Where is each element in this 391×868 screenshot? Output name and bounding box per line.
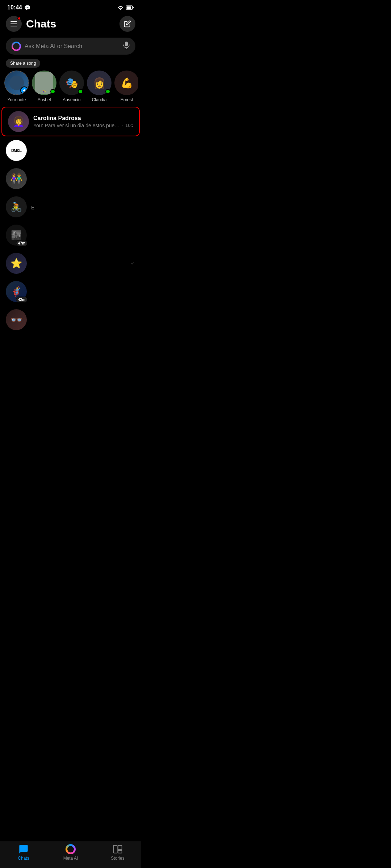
your-note-label: Your note <box>8 97 26 102</box>
svg-rect-1 <box>127 7 131 9</box>
chat7-content <box>31 319 135 320</box>
carolina-content: Carolina Padrosa You: Para ver si un dia… <box>33 115 133 128</box>
status-bar: 10:44 💬 <box>0 0 141 13</box>
edit-icon <box>124 20 131 27</box>
notification-dot <box>17 17 21 20</box>
chat5-content <box>31 263 125 264</box>
battery-icon <box>126 5 134 10</box>
carolina-avatar-wrap: 👩‍🦱 <box>8 111 29 132</box>
search-placeholder: Ask Meta AI or Search <box>25 43 119 50</box>
story-ausencio[interactable]: 🎭 Ausencio <box>59 71 84 102</box>
voice-icon[interactable] <box>123 41 130 51</box>
meta-ai-icon <box>12 42 21 51</box>
ernest-label: Ernest <box>121 97 133 102</box>
carolina-name: Carolina Padrosa <box>33 115 133 122</box>
chat7-avatar-wrap: 👓 <box>6 309 27 330</box>
stories-section: Share a song + Your note 👫 <box>0 59 141 105</box>
claudia-label: Claudia <box>92 97 107 102</box>
hamburger-icon <box>10 21 17 26</box>
edit-button[interactable] <box>119 16 135 32</box>
claudia-online-dot <box>105 89 110 94</box>
chat5-meta <box>130 260 135 266</box>
anshel-label: Anshel <box>38 97 51 102</box>
chat-7[interactable]: 👓 <box>0 306 141 334</box>
search-bar[interactable]: Ask Meta AI or Search <box>6 38 135 55</box>
chat-2[interactable]: 👫 <box>0 165 141 193</box>
ausencio-label: Ausencio <box>63 97 80 102</box>
dml-avatar-wrap: DM&L <box>6 140 27 161</box>
svg-rect-2 <box>133 7 134 8</box>
chat3-content: E <box>31 204 135 210</box>
chat2-avatar-wrap: 👫 <box>6 168 27 189</box>
chat-carolina[interactable]: 👩‍🦱 Carolina Padrosa You: Para ver si un… <box>1 107 140 136</box>
anshel-online-dot <box>50 89 55 94</box>
story-anshel[interactable]: 👫 Anshel <box>32 71 56 102</box>
chat6-time-badge: 42m <box>16 297 28 303</box>
chat4-time-badge: 47m <box>16 240 28 246</box>
chat-5[interactable]: ⭐ <box>0 249 141 277</box>
stories-row: + Your note 👫 Anshel <box>3 71 138 102</box>
chat-4[interactable]: 🌆 47m <box>0 221 141 249</box>
svg-rect-3 <box>125 42 128 46</box>
story-ernest[interactable]: 💪 Ernest <box>114 71 138 102</box>
dml-logo-text: DM&L <box>11 148 21 153</box>
header: Chats <box>0 13 141 36</box>
share-song-tag[interactable]: Share a song <box>6 59 40 68</box>
status-icons <box>117 5 134 10</box>
messenger-icon: 💬 <box>24 5 30 10</box>
page-title: Chats <box>26 18 56 30</box>
chat-6[interactable]: 🦸 42m <box>0 277 141 306</box>
carolina-preview: You: Para ver si un dia de estos pue… · … <box>33 123 133 128</box>
chat-dml[interactable]: DM&L <box>0 136 141 165</box>
story-claudia[interactable]: 👩 Claudia <box>87 71 112 102</box>
chat4-avatar-wrap: 🌆 47m <box>6 225 27 246</box>
chat5-avatar-wrap: ⭐ <box>6 253 27 274</box>
chat4-content <box>31 235 135 236</box>
ausencio-online-dot <box>78 89 83 94</box>
wifi-icon <box>117 5 124 10</box>
story-your-note[interactable]: + Your note <box>4 71 29 102</box>
dml-content <box>31 150 135 151</box>
chat-list: 👩‍🦱 Carolina Padrosa You: Para ver si un… <box>0 105 141 335</box>
chat6-avatar-wrap: 🦸 42m <box>6 281 27 302</box>
chat2-content <box>31 178 135 179</box>
chat3-avatar-wrap: 🚴 <box>6 196 27 217</box>
chat6-content <box>31 291 135 292</box>
status-time: 10:44 <box>7 4 22 11</box>
chat-3[interactable]: 🚴 E <box>0 193 141 221</box>
read-receipt-icon <box>130 260 135 266</box>
menu-button[interactable] <box>6 16 22 32</box>
